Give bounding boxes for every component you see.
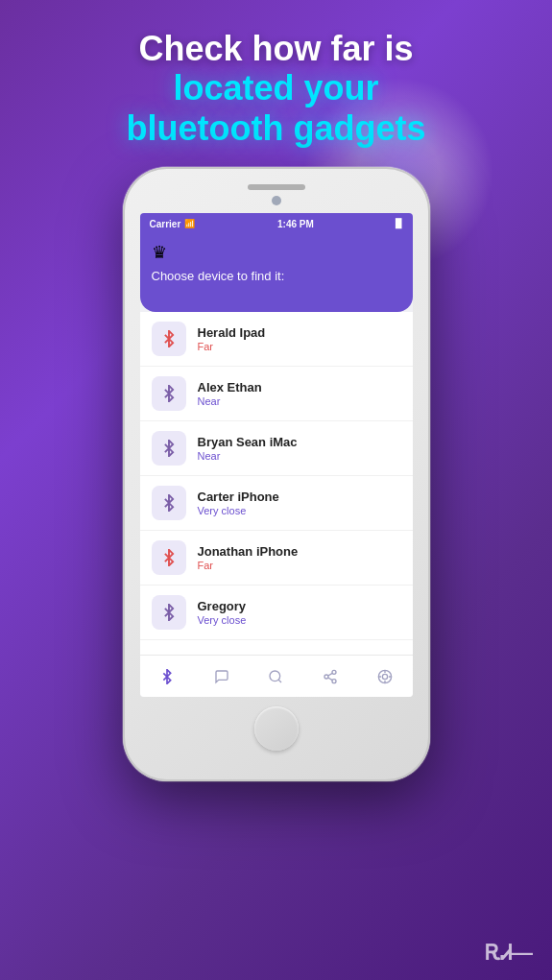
svg-line-6 <box>328 673 333 676</box>
svg-point-3 <box>324 675 328 679</box>
bluetooth-icon-wrap <box>152 486 186 520</box>
bluetooth-icon <box>160 330 178 347</box>
device-name: Jonathan iPhone <box>198 544 299 559</box>
device-info: Jonathan iPhoneFar <box>198 544 299 571</box>
nav-share-icon[interactable] <box>315 661 346 692</box>
device-name: Gregory <box>198 599 247 613</box>
bluetooth-icon-wrap <box>152 595 186 630</box>
status-left: Carrier 📶 <box>150 219 196 229</box>
svg-point-0 <box>270 671 280 681</box>
status-right: ▉ <box>396 219 402 228</box>
list-item[interactable]: Jonathan iPhoneFar <box>140 531 413 586</box>
crown-icon: ♛ <box>152 242 401 263</box>
device-name: Bryan Sean iMac <box>198 435 298 449</box>
svg-point-2 <box>332 670 336 674</box>
device-status: Very close <box>198 614 247 626</box>
bluetooth-icon <box>160 385 178 402</box>
device-info: Herald IpadFar <box>198 325 266 352</box>
bluetooth-icon <box>160 440 178 457</box>
battery-icon: ▉ <box>396 219 402 228</box>
list-cap <box>140 297 413 312</box>
nav-bluetooth-icon[interactable] <box>152 661 182 692</box>
time-label: 1:46 PM <box>277 219 314 229</box>
device-info: GregoryVery close <box>198 599 247 626</box>
svg-line-5 <box>328 678 333 681</box>
home-button[interactable] <box>254 706 299 751</box>
device-name: Herald Ipad <box>198 325 266 340</box>
page-header: Check how far is located your bluetooth … <box>127 0 426 167</box>
header-line1: Check how far is <box>127 29 426 68</box>
list-item[interactable]: Herald IpadFar <box>140 312 413 367</box>
list-item[interactable]: Alex EthanNear <box>140 367 413 421</box>
brand-logo: ᎡᏗ— <box>485 941 533 966</box>
header-line2: located your bluetooth gadgets <box>127 68 426 148</box>
phone-speaker <box>248 184 305 190</box>
device-list[interactable]: Herald IpadFarAlex EthanNearBryan Sean i… <box>140 312 413 655</box>
svg-point-8 <box>382 674 387 679</box>
bluetooth-icon <box>160 549 178 566</box>
wifi-icon: 📶 <box>184 219 195 228</box>
svg-line-1 <box>279 680 282 682</box>
device-status: Far <box>198 341 266 352</box>
device-status: Far <box>198 560 299 571</box>
phone-frame: Carrier 📶 1:46 PM ▉ ♛ Choose device to f… <box>123 167 430 781</box>
device-info: Alex EthanNear <box>198 380 262 407</box>
bluetooth-icon <box>160 604 178 621</box>
device-info: Carter iPhoneVery close <box>198 490 279 516</box>
carrier-label: Carrier <box>150 219 181 229</box>
status-bar: Carrier 📶 1:46 PM ▉ <box>140 213 413 234</box>
bluetooth-icon-wrap <box>152 540 186 575</box>
bluetooth-icon-wrap <box>152 431 186 466</box>
phone-screen: Carrier 📶 1:46 PM ▉ ♛ Choose device to f… <box>140 213 413 697</box>
device-name: Carter iPhone <box>198 490 279 504</box>
phone-camera <box>272 196 281 205</box>
nav-search-icon[interactable] <box>260 661 291 692</box>
list-item[interactable]: GregoryVery close <box>140 586 413 640</box>
nav-chat-icon[interactable] <box>206 661 237 692</box>
list-item[interactable]: Bryan Sean iMacNear <box>140 421 413 476</box>
device-status: Near <box>198 450 298 462</box>
device-status: Near <box>198 395 262 407</box>
nav-target-icon[interactable] <box>370 661 400 692</box>
device-info: Bryan Sean iMacNear <box>198 435 298 462</box>
choose-device-text: Choose device to find it: <box>152 269 401 283</box>
list-item[interactable]: Carter iPhoneVery close <box>140 476 413 531</box>
svg-point-4 <box>332 679 336 682</box>
bottom-nav <box>140 655 413 697</box>
device-name: Alex Ethan <box>198 380 262 394</box>
bluetooth-icon-wrap <box>152 322 186 356</box>
app-header: ♛ Choose device to find it: <box>140 234 413 297</box>
device-status: Very close <box>198 505 279 516</box>
bluetooth-icon <box>160 494 178 512</box>
bluetooth-icon-wrap <box>152 376 186 411</box>
